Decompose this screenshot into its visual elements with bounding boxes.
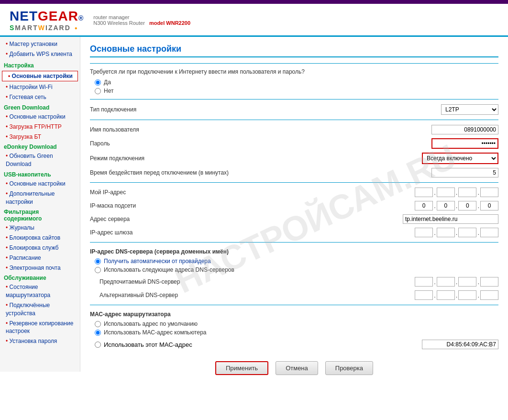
alternate-dns-octet4[interactable]: [480, 290, 498, 300]
mac-default-label[interactable]: Использовать адрес по умолчанию: [104, 321, 198, 327]
my-ip-input-group: . . .: [415, 188, 498, 197]
mac-custom-input[interactable]: [422, 340, 498, 349]
mac-custom-row: Использовать этот МАС-адрес: [90, 340, 498, 349]
ip-mask-label: IP-маска подсети: [90, 202, 243, 209]
ip-mask-octet2[interactable]: [437, 201, 455, 210]
my-ip-octet1[interactable]: [415, 188, 433, 197]
sidebar-item-set-password[interactable]: Установка пароля: [0, 336, 80, 346]
ip-mask-row: IP-маска подсети . . .: [90, 201, 498, 210]
mac-default-option: Использовать адрес по умолчанию: [95, 321, 498, 327]
no-label[interactable]: Нет: [104, 88, 113, 94]
cancel-button[interactable]: Отмена: [276, 361, 318, 375]
server-address-input[interactable]: [403, 214, 498, 224]
alternate-dns-input-group: . . .: [415, 290, 498, 300]
dns-auto-radio[interactable]: [95, 258, 101, 265]
yes-radio[interactable]: [95, 79, 101, 86]
sidebar-item-usb-extra[interactable]: Дополнительные настройки: [0, 189, 80, 207]
sidebar-item-logs[interactable]: Журналы: [0, 223, 80, 233]
mac-default-radio[interactable]: [95, 321, 101, 327]
mac-custom-radio[interactable]: [95, 342, 101, 348]
no-radio-group: Нет: [95, 88, 498, 94]
button-row: Применить Отмена Проверка: [90, 361, 498, 375]
apply-button[interactable]: Применить: [215, 361, 268, 375]
sidebar-item-guest[interactable]: Гостевая сеть: [0, 92, 80, 102]
alternate-dns-octet1[interactable]: [415, 290, 433, 300]
sidebar-item-ftp[interactable]: Загрузка FTP/HTTP: [0, 122, 80, 132]
sidebar-item-usb-basic[interactable]: Основные настройки: [0, 179, 80, 189]
sidebar-item-backup[interactable]: Резервное копирование настроек: [0, 319, 80, 337]
sidebar-item-connected-devices[interactable]: Подключённые устройства: [0, 300, 80, 319]
dns-manual-label[interactable]: Использовать следующие адреса DNS-сервер…: [104, 266, 234, 273]
yes-label[interactable]: Да: [104, 79, 111, 86]
gateway-label: IP-адрес шлюза: [90, 229, 243, 236]
main-layout: Мастер установки Добавить WPS клиента На…: [0, 37, 508, 400]
connection-type-select[interactable]: L2TP PPPoE PPTP Динамический IP Статичес…: [441, 104, 498, 115]
preferred-dns-octet2[interactable]: [437, 277, 455, 287]
sidebar-item-basic-settings[interactable]: Основные настройки: [2, 71, 78, 82]
gateway-octet2[interactable]: [437, 228, 455, 237]
alternate-dns-value: . . .: [248, 290, 498, 300]
password-input[interactable]: [431, 138, 498, 149]
username-input[interactable]: [431, 125, 498, 134]
alternate-dns-octet2[interactable]: [437, 290, 455, 300]
netgear-logo: NETGEAR®: [10, 9, 84, 24]
mac-custom-option: Использовать этот МАС-адрес: [90, 341, 224, 348]
my-ip-row: Мой IP-адрес . . .: [90, 188, 498, 197]
mac-section-title: МАС-адрес маршрутизатора: [90, 311, 498, 318]
sidebar-item-master-setup[interactable]: Мастер установки: [0, 39, 80, 49]
gateway-octet3[interactable]: [458, 228, 476, 237]
header: NETGEAR® SMARTWIZARD ● router manager N3…: [0, 4, 508, 37]
sidebar-usb-header: USB-накопитель: [0, 169, 80, 179]
gateway-input-group: . . .: [415, 228, 498, 237]
mac-computer-label[interactable]: Использовать МАС-адрес компьютера: [104, 329, 207, 336]
preferred-dns-input-group: . . .: [415, 277, 498, 287]
connection-type-value: L2TP PPPoE PPTP Динамический IP Статичес…: [243, 104, 498, 115]
connection-type-label: Тип подключения: [90, 106, 243, 113]
idle-time-row: Время бездействия перед отключением (в м…: [90, 168, 498, 177]
dns-section-title: IP-адрес DNS-сервера (сервера доменных и…: [90, 248, 498, 255]
gateway-octet1[interactable]: [415, 228, 433, 237]
idle-time-input[interactable]: [431, 168, 498, 177]
my-ip-octet4[interactable]: [480, 188, 498, 197]
sidebar-item-bt[interactable]: Загрузка БТ: [0, 132, 80, 142]
check-button[interactable]: Проверка: [325, 361, 373, 375]
preferred-dns-octet3[interactable]: [458, 277, 476, 287]
sidebar-edonkey-header: eDonkey Download: [0, 142, 80, 151]
preferred-dns-octet4[interactable]: [480, 277, 498, 287]
sidebar-item-update-green[interactable]: Обновить Green Download: [0, 151, 80, 169]
dns-manual-radio[interactable]: [95, 267, 101, 273]
router-model: model WNR2200: [149, 20, 190, 26]
preferred-dns-value: . . .: [248, 277, 498, 287]
content-area: НАСТРОЙСАМ.RU Основные настройки Требует…: [80, 37, 508, 400]
sidebar-item-green-basic[interactable]: Основные настройки: [0, 112, 80, 122]
ip-mask-octet1[interactable]: [415, 201, 433, 210]
alternate-dns-row: Альтернативный DNS-сервер . . .: [90, 290, 498, 300]
mac-computer-radio[interactable]: [95, 330, 101, 336]
ip-mask-octet4[interactable]: [480, 201, 498, 210]
no-radio[interactable]: [95, 88, 101, 94]
sidebar-item-email[interactable]: Электронная почта: [0, 263, 80, 273]
divider-4: [90, 242, 498, 243]
yes-radio-group: Да: [95, 79, 498, 86]
sidebar-item-add-wps[interactable]: Добавить WPS клиента: [0, 49, 80, 60]
dns-auto-label[interactable]: Получить автоматически от провайдера: [104, 258, 211, 265]
my-ip-octet3[interactable]: [458, 188, 476, 197]
connection-mode-select[interactable]: Всегда включено По требованию Вручную: [422, 153, 498, 164]
sidebar-item-block-sites[interactable]: Блокировка сайтов: [0, 233, 80, 243]
divider-5: [90, 305, 498, 305]
sidebar-item-wifi[interactable]: Настройки Wi-Fi: [0, 82, 80, 92]
sidebar-item-block-services[interactable]: Блокировка служб: [0, 243, 80, 253]
divider-top: [90, 63, 498, 64]
alternate-dns-octet3[interactable]: [458, 290, 476, 300]
preferred-dns-octet1[interactable]: [415, 277, 433, 287]
my-ip-label: Мой IP-адрес: [90, 189, 243, 196]
my-ip-octet2[interactable]: [437, 188, 455, 197]
username-row: Имя пользователя: [90, 125, 498, 134]
server-address-row: Адрес сервера: [90, 214, 498, 224]
gateway-octet4[interactable]: [480, 228, 498, 237]
ip-mask-octet3[interactable]: [458, 201, 476, 210]
mac-custom-label[interactable]: Использовать этот МАС-адрес: [104, 341, 192, 348]
sidebar-item-router-state[interactable]: Состояние маршрутизатора: [0, 282, 80, 300]
preferred-dns-label: Предпочитаемый DNS-сервер: [90, 278, 243, 285]
sidebar-item-schedule[interactable]: Расписание: [0, 253, 80, 263]
